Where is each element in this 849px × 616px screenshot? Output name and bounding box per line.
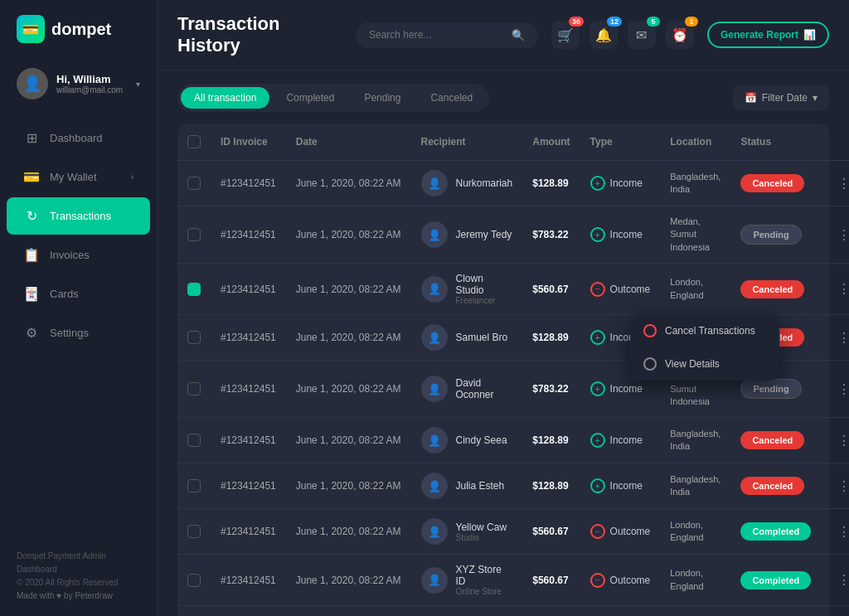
cell-id-2: #123412451 — [211, 264, 286, 315]
recipient-name-6: Julia Esteh — [456, 480, 505, 492]
table-row: #123412451 June 1, 2020, 08:22 AM 👤 Jere… — [177, 206, 849, 264]
table-row: #123412451 June 1, 2020, 08:22 AM 👤 Juli… — [177, 463, 849, 509]
type-label-4: Income — [610, 383, 643, 395]
tab-pending[interactable]: Pending — [351, 87, 414, 109]
sidebar-item-settings[interactable]: ⚙ Settings — [7, 314, 150, 352]
context-view-details[interactable]: View Details — [630, 347, 779, 381]
sidebar-item-transactions[interactable]: ↻ Transactions — [7, 197, 150, 235]
cell-location-5: Bangladesh, India — [660, 418, 730, 463]
cart-icon-button[interactable]: 🛒 36 — [551, 21, 580, 49]
invoices-icon: 📋 — [23, 247, 40, 263]
col-amount: Amount — [522, 124, 580, 161]
cell-recipient-4: 👤 David Oconner — [411, 361, 523, 418]
more-options-button-5[interactable]: ⋮ — [831, 429, 849, 452]
sidebar-item-label: My Wallet — [50, 171, 97, 183]
cell-date-2: June 1, 2020, 08:22 AM — [286, 264, 411, 315]
cell-amount-3: $128.89 — [522, 315, 580, 361]
search-bar[interactable]: 🔍 — [356, 22, 538, 48]
tab-canceled[interactable]: Canceled — [417, 87, 486, 109]
mail-icon-button[interactable]: ✉ 5 — [628, 21, 656, 49]
cell-amount-7: $560.67 — [522, 509, 580, 555]
type-label-6: Income — [610, 480, 643, 492]
type-dot-2: − — [590, 282, 605, 297]
cell-recipient-9: 👤 Romeo Wayudi — [411, 606, 523, 616]
row-checkbox-7[interactable] — [187, 525, 201, 538]
status-badge-4: Pending — [740, 379, 801, 399]
col-id-invoice: ID Invoice — [211, 124, 286, 161]
sidebar-item-cards[interactable]: 🃏 Cards — [7, 275, 150, 313]
recipient-avatar-6: 👤 — [421, 473, 448, 499]
more-options-button-8[interactable]: ⋮ — [831, 569, 849, 591]
cancel-dot-icon — [643, 324, 657, 337]
filter-date-button[interactable]: 📅 Filter Date ▾ — [733, 85, 829, 110]
tab-all-transaction[interactable]: All transaction — [181, 87, 269, 109]
header-icons: 🛒 36 🔔 12 ✉ 5 ⏰ 1 — [551, 21, 694, 49]
recipient-name-3: Samuel Bro — [456, 332, 508, 343]
clock-icon-button[interactable]: ⏰ 1 — [666, 21, 694, 49]
copyright: © 2020 All Rights Reserved — [17, 576, 140, 589]
sidebar: 💳 dompet 👤 Hi, William william@mail.com … — [0, 0, 158, 616]
type-label-1: Income — [610, 229, 643, 240]
row-checkbox-2[interactable] — [187, 283, 201, 296]
app-name: dompet — [51, 20, 111, 39]
cell-amount-6: $128.89 — [522, 463, 580, 509]
logo-icon: 💳 — [17, 15, 45, 43]
type-dot-6: + — [590, 478, 605, 493]
more-options-button-6[interactable]: ⋮ — [831, 475, 849, 497]
more-options-button-1[interactable]: ⋮ — [831, 224, 849, 246]
more-options-button-0[interactable]: ⋮ — [831, 172, 849, 195]
chevron-down-icon: ▾ — [813, 92, 817, 104]
cell-location-0: Bangladesh, India — [660, 161, 730, 206]
user-profile[interactable]: 👤 Hi, William william@mail.com ▾ — [0, 58, 157, 109]
row-checkbox-0[interactable] — [187, 177, 201, 190]
cell-type-5: + Income — [580, 418, 661, 463]
row-checkbox-5[interactable] — [187, 434, 201, 447]
select-all-checkbox[interactable] — [187, 135, 201, 148]
recipient-sub-7: Studio — [456, 533, 507, 542]
row-checkbox-1[interactable] — [187, 228, 201, 241]
context-cancel-transactions[interactable]: Cancel Transactions — [630, 314, 779, 347]
row-checkbox-4[interactable] — [187, 382, 201, 395]
main-content: Transaction History 🔍 🛒 36 🔔 12 ✉ 5 ⏰ 1 — [158, 0, 849, 616]
company-name: Dompet Payment Admin Dashboard — [17, 550, 140, 576]
cell-type-0: + Income — [580, 161, 661, 206]
more-options-button-2[interactable]: ⋮ — [831, 278, 849, 300]
cell-date-3: June 1, 2020, 08:22 AM — [286, 315, 411, 361]
more-options-button-3[interactable]: ⋮ — [831, 327, 849, 349]
type-dot-8: − — [590, 573, 605, 588]
user-name: Hi, William — [56, 73, 128, 85]
table-row: #123412451 June 1, 2020, 08:22 AM 👤 Rome… — [177, 606, 849, 616]
cell-status-1: Pending — [730, 206, 821, 264]
type-label-2: Outcome — [610, 284, 651, 295]
row-checkbox-6[interactable] — [187, 479, 201, 492]
more-options-button-4[interactable]: ⋮ — [831, 378, 849, 400]
bell-icon-button[interactable]: 🔔 12 — [589, 21, 618, 49]
cell-id-3: #123412451 — [211, 315, 286, 361]
search-input[interactable] — [369, 29, 505, 41]
type-dot-5: + — [590, 433, 605, 448]
table-row: #123412451 June 1, 2020, 08:22 AM 👤 XYZ … — [177, 555, 849, 606]
sidebar-item-label: Dashboard — [50, 132, 103, 144]
cell-recipient-2: 👤 Clown Studio Freelancer — [411, 264, 523, 315]
sidebar-item-my-wallet[interactable]: 💳 My Wallet › — [7, 158, 150, 196]
status-badge-2: Canceled — [740, 280, 804, 298]
tab-completed[interactable]: Completed — [273, 87, 347, 109]
generate-report-button[interactable]: Generate Report 📊 — [707, 22, 829, 48]
cell-status-8: Completed — [730, 555, 821, 606]
recipient-avatar-3: 👤 — [421, 324, 448, 351]
sidebar-item-dashboard[interactable]: ⊞ Dashboard — [7, 119, 150, 157]
recipient-avatar-4: 👤 — [421, 376, 448, 402]
context-details-label: View Details — [665, 358, 720, 370]
more-options-button-7[interactable]: ⋮ — [831, 521, 849, 543]
sidebar-item-invoices[interactable]: 📋 Invoices — [7, 236, 150, 274]
cell-date-6: June 1, 2020, 08:22 AM — [286, 463, 411, 509]
type-dot-7: − — [590, 524, 605, 539]
bell-icon: 🔔 — [595, 27, 612, 43]
cell-id-4: #123412451 — [211, 361, 286, 418]
cell-location-2: London, England — [660, 264, 730, 315]
row-checkbox-3[interactable] — [187, 331, 201, 344]
cell-date-9: June 1, 2020, 08:22 AM — [286, 606, 411, 616]
cell-status-9: Pending — [730, 606, 821, 616]
row-checkbox-8[interactable] — [187, 574, 201, 587]
cell-location-9: Medan, Sumut Indonesia — [660, 606, 730, 616]
